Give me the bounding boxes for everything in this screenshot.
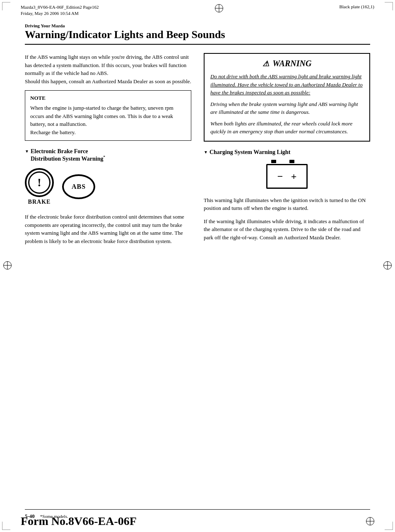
warning-para-1: Do not drive with both the ABS warning l… — [210, 72, 364, 97]
warning-box: ⚠ WARNING Do not drive with both the ABS… — [204, 53, 370, 142]
side-reg-left — [3, 261, 12, 271]
abs-oval-icon: ABS — [62, 174, 95, 199]
intro-text: If the ABS warning light stays on while … — [25, 53, 191, 85]
brake-exclamation: ! — [37, 177, 41, 188]
black-plate-info: Black plate (162,1) — [339, 4, 374, 9]
battery-wrapper: − + — [266, 164, 308, 189]
battery-pos-terminal — [289, 160, 294, 163]
title-rule — [25, 44, 370, 45]
battery-terminals — [266, 160, 299, 163]
top-reg-mark — [215, 4, 223, 12]
header-file-info: Mazda3_8V66-EA-06F_Edition2 Page162 — [21, 4, 99, 10]
note-title: NOTE — [30, 95, 186, 101]
header-left: Mazda3_8V66-EA-06F_Edition2 Page162 Frid… — [21, 4, 99, 17]
battery-plus-symbol: + — [291, 171, 297, 181]
section-label: Driving Your Mazda — [25, 23, 370, 28]
brake-icons-area: ! BRAKE ABS — [25, 168, 191, 205]
charging-text-2: If the warning light illuminates while d… — [204, 217, 370, 242]
charging-text-1: This warning light illuminates when the … — [204, 196, 370, 212]
heading-asterisk: * — [103, 155, 105, 159]
bottom-reg-circle — [366, 517, 374, 525]
abs-indicator: ABS — [62, 174, 95, 199]
warning-body: Do not drive with both the ABS warning l… — [210, 72, 364, 136]
triangle-bullet-left: ▼ — [25, 149, 29, 154]
form-number: Form No.8V66-EA-06F — [21, 515, 137, 528]
footer-rule — [25, 509, 370, 510]
bottom-reg-mark — [366, 517, 374, 525]
warning-title-text: WARNING — [272, 59, 311, 68]
note-text: When the engine is jump-started to charg… — [30, 104, 186, 136]
section-title: Warning/Indicator Lights and Beep Sounds — [25, 29, 370, 41]
header-center-reg — [215, 4, 223, 12]
brake-indicator: ! BRAKE — [25, 168, 54, 205]
note-box: NOTE When the engine is jump-started to … — [25, 90, 191, 141]
main-content: Driving Your Mazda Warning/Indicator Lig… — [0, 19, 395, 258]
ebf-subsection-heading: ▼ Electronic Brake ForceDistribution Sys… — [25, 148, 191, 162]
warning-triangle-icon: ⚠ — [263, 59, 269, 68]
brake-label: BRAKE — [28, 199, 51, 205]
form-number-area: Form No.8V66-EA-06F — [0, 515, 395, 532]
warning-para-2: Driving when the brake system warning li… — [210, 100, 364, 116]
warning-para-3: When both lights are illuminated, the re… — [210, 120, 364, 136]
battery-symbols: − + — [273, 171, 301, 181]
brake-circle-icon: ! — [25, 168, 54, 197]
header-right: Black plate (162,1) — [339, 4, 374, 9]
brake-circle-inner: ! — [28, 171, 51, 194]
charging-subsection-heading: ▼ Charging System Warning Light — [204, 149, 370, 156]
abs-text: ABS — [72, 183, 86, 190]
two-col-layout: If the ABS warning light stays on while … — [25, 53, 370, 250]
header-date: Friday, May 26 2006 10:54 AM — [21, 10, 99, 17]
battery-minus-symbol: − — [277, 171, 283, 181]
charging-heading-text: Charging System Warning Light — [210, 149, 290, 156]
col-right: ⚠ WARNING Do not drive with both the ABS… — [204, 53, 370, 250]
battery-neg-terminal — [271, 160, 276, 163]
triangle-bullet-right: ▼ — [204, 150, 208, 154]
side-reg-right — [383, 261, 392, 271]
col-left: If the ABS warning light stays on while … — [25, 53, 191, 250]
ebf-heading-text: Electronic Brake ForceDistribution Syste… — [31, 148, 105, 162]
page-container: Mazda3_8V66-EA-06F_Edition2 Page162 Frid… — [0, 0, 395, 532]
warning-title: ⚠ WARNING — [210, 59, 364, 68]
battery-icon: − + — [266, 164, 308, 189]
lower-body-text: If the electronic brake force distributi… — [25, 213, 191, 245]
battery-icon-container: − + — [204, 164, 370, 189]
page-header: Mazda3_8V66-EA-06F_Edition2 Page162 Frid… — [0, 0, 395, 19]
